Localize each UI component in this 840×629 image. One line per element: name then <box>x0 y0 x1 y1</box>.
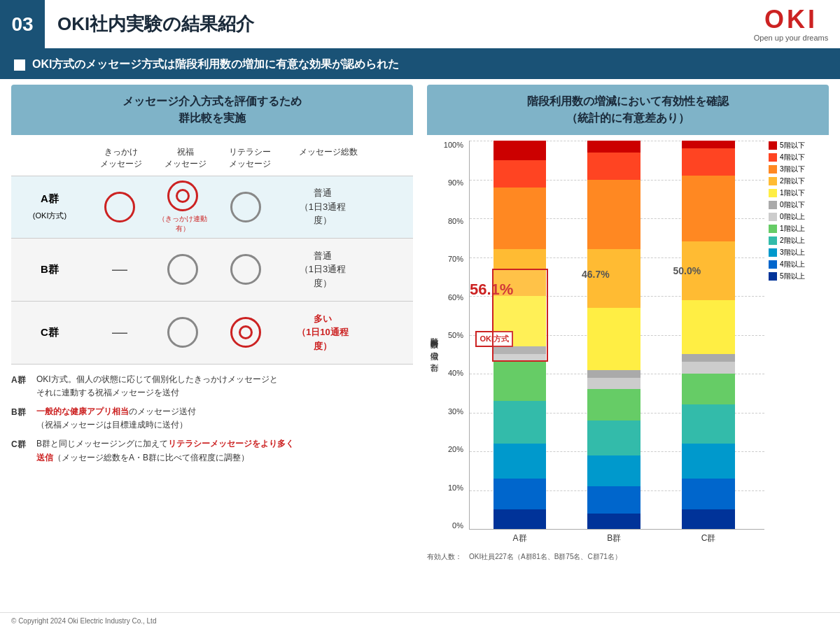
right-section-header: 階段利用数の増減において有効性を確認 （統計的に有意差あり） <box>427 85 829 135</box>
legend-color-1minus <box>769 189 777 197</box>
seg-a-5minus <box>493 141 547 160</box>
circle-b-2 <box>167 254 198 285</box>
bar-c <box>682 141 735 529</box>
group-c-col1: — <box>88 320 151 344</box>
legend-color-3minus <box>769 165 777 174</box>
desc-row-b: B群 一般的な健康アプリ相当のメッセージ送付（祝福メッセージは目標達成時に送付） <box>11 405 413 432</box>
legend-label-0plus: 0階以上 <box>780 212 805 222</box>
legend-label-2plus: 2階以上 <box>780 236 805 246</box>
circle-a-2-note: （きっかけ連動有） <box>154 214 211 234</box>
group-c-row: C群 — 多い（1日10通程度） <box>11 302 413 365</box>
desc-text-b: 一般的な健康アプリ相当のメッセージ送付（祝福メッセージは目標達成時に送付） <box>36 405 413 432</box>
logo-text: OKI <box>764 7 818 32</box>
legend-color-5minus <box>769 141 777 150</box>
chart-footnote: 有効人数： OKI社員227名（A群81名、B群75名、C群71名） <box>427 552 829 562</box>
seg-a-0plus <box>493 354 547 362</box>
seg-c-3plus <box>682 444 735 479</box>
group-c-col2 <box>151 314 214 351</box>
left-panel: メッセージ介入方式を評価するため 群比較を実施 きっかけメッセージ 祝福メッセー… <box>11 85 421 562</box>
legend-color-4minus <box>769 153 777 162</box>
group-a-col3 <box>214 189 277 225</box>
desc-group-a: A群 <box>11 373 31 388</box>
legend-color-2minus <box>769 177 777 185</box>
legend-label-5minus: 5階以下 <box>780 141 805 150</box>
desc-row-c: C群 B群と同じメッセージングに加えてリテラシーメッセージをより多く送信（メッセ… <box>11 437 413 464</box>
seg-b-0minus <box>587 370 640 378</box>
copyright-text: © Copyright 2024 Oki Electric Industry C… <box>11 617 156 625</box>
pct-c-label: 50.0% <box>673 265 701 276</box>
circle-a-3 <box>230 192 261 222</box>
circle-a-2 <box>167 181 198 211</box>
pct-a-label: 56.1% <box>470 281 513 299</box>
seg-c-4plus <box>682 479 735 509</box>
seg-c-0plus <box>682 362 735 374</box>
seg-b-5plus <box>587 514 640 529</box>
legend-item-2minus: 2階以下 <box>769 176 829 186</box>
legend-label-1plus: 1階以上 <box>780 224 805 234</box>
y-axis-label: 階段利用階数の増減の割合 <box>427 141 441 549</box>
banner-text: OKI方式のメッセージ方式は階段利用数の増加に有意な効果が認められた <box>32 57 399 72</box>
legend-color-3plus <box>769 248 777 257</box>
legend-item-0plus: 0階以上 <box>769 212 829 222</box>
group-a-row: A群(OKI方式) （きっかけ連動有） 普通（1日3通程度） <box>11 176 413 239</box>
legend: 5階以下 4階以下 3階以下 2階以下 <box>769 141 829 281</box>
legend-color-5plus <box>769 272 777 281</box>
bar-c-xlabel: C群 <box>682 532 735 544</box>
bar-b-xlabel: B群 <box>587 532 640 544</box>
right-panel: 階段利用数の増減において有効性を確認 （統計的に有意差あり） 階段利用階数の増減… <box>421 85 829 562</box>
seg-c-4minus <box>682 148 735 176</box>
group-a-col1 <box>88 189 151 225</box>
legend-item-3plus: 3階以上 <box>769 248 829 257</box>
group-a-col2: （きっかけ連動有） <box>151 178 214 236</box>
chart-inner: 100% 90% 80% 70% 60% 50% 40% 30% 20% 10%… <box>441 141 829 549</box>
seg-a-4plus <box>493 479 547 509</box>
seg-c-5plus <box>682 509 735 529</box>
oki-label-box: OKI方式 <box>475 331 513 347</box>
legend-color-2plus <box>769 236 777 245</box>
legend-item-4plus: 4階以上 <box>769 260 829 269</box>
seg-b-3minus <box>587 180 640 250</box>
pct-b-label: 46.7% <box>582 269 610 280</box>
oki-logo: OKI Open up your dreams <box>742 0 840 48</box>
seg-a-4minus <box>493 160 547 188</box>
seg-a-3plus <box>493 444 547 479</box>
group-b-row: B群 — 普通（1日3通程度） <box>11 239 413 302</box>
seg-c-5minus <box>682 141 735 148</box>
legend-item-0minus: 0階以下 <box>769 200 829 210</box>
left-section-header: メッセージ介入方式を評価するため 群比較を実施 <box>11 85 413 135</box>
seg-c-1plus <box>682 374 735 404</box>
banner-icon <box>14 59 25 71</box>
page-footer: © Copyright 2024 Oki Electric Industry C… <box>0 612 840 629</box>
y-labels: 100% 90% 80% 70% 60% 50% 40% 30% 20% 10%… <box>441 141 466 530</box>
legend-label-4plus: 4階以上 <box>780 260 805 269</box>
legend-label-3minus: 3階以下 <box>780 164 805 174</box>
seg-b-1minus <box>587 308 640 370</box>
bar-a-xlabel: A群 <box>493 532 547 544</box>
seg-c-0minus <box>682 354 735 362</box>
desc-group-b: B群 <box>11 405 31 420</box>
col-header-4: メッセージ総数 <box>283 143 374 173</box>
circle-b-3 <box>230 254 261 285</box>
seg-a-5plus <box>493 509 547 529</box>
seg-a-3minus <box>493 188 547 250</box>
legend-color-0minus <box>769 201 777 209</box>
seg-b-1plus <box>587 389 640 420</box>
group-a-label: A群(OKI方式) <box>11 185 88 228</box>
legend-item-3minus: 3階以下 <box>769 164 829 174</box>
desc-text-c: B群と同じメッセージングに加えてリテラシーメッセージをより多く送信（メッセージ総… <box>36 437 413 464</box>
legend-label-2minus: 2階以下 <box>780 176 805 186</box>
group-b-col3 <box>214 251 277 288</box>
legend-color-1plus <box>769 225 777 233</box>
legend-label-5plus: 5階以上 <box>780 271 805 281</box>
legend-item-5plus: 5階以上 <box>769 271 829 281</box>
legend-label-3plus: 3階以上 <box>780 248 805 257</box>
chart-area: 階段利用階数の増減の割合 100% 90% 80% 70% 60% 50% 40… <box>427 141 829 549</box>
legend-label-1minus: 1階以下 <box>780 188 805 198</box>
circle-c-2 <box>167 317 198 348</box>
seg-b-5minus <box>587 141 640 153</box>
group-c-col3 <box>214 314 277 351</box>
logo-tagline: Open up your dreams <box>754 34 828 42</box>
seg-a-1plus <box>493 362 547 401</box>
legend-color-4plus <box>769 260 777 269</box>
legend-item-1plus: 1階以上 <box>769 224 829 234</box>
